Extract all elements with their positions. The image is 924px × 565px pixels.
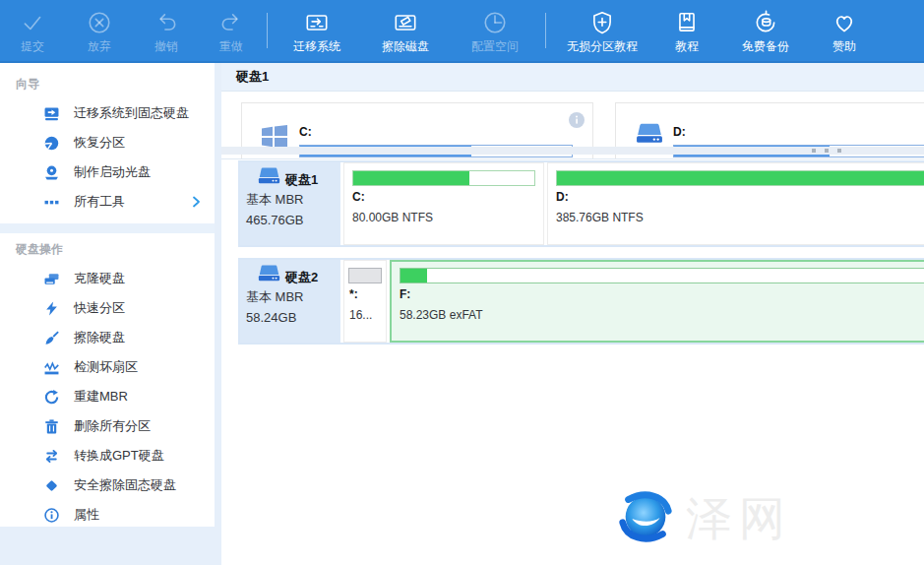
pie-chart-icon: [44, 135, 60, 151]
discard-button[interactable]: 放弃: [65, 0, 134, 61]
clone-disks-icon: [44, 271, 60, 286]
sidebar-item-delete-all-partitions[interactable]: 删除所有分区: [0, 411, 215, 441]
disk-row-2: 硬盘2 基本 MBR 58.24GB *: 16... F: 58.23GB e…: [238, 258, 924, 345]
undo-icon: [154, 9, 179, 36]
partition-detail: 385.76GB NTFS: [556, 211, 924, 224]
disk-row-1: 硬盘1 基本 MBR 465.76GB C: 80.00GB NTFS D: 3…: [238, 160, 924, 247]
sidebar-section-wizard: 向导: [0, 63, 215, 98]
wave-icon: [44, 359, 60, 375]
hard-disk-icon: [258, 167, 280, 189]
commit-button[interactable]: 提交: [0, 0, 65, 61]
check-icon: [20, 9, 45, 36]
erase-disk-icon: [392, 9, 419, 36]
tab-disk1[interactable]: 硬盘1: [236, 68, 269, 86]
watermark-logo: [615, 486, 676, 551]
lossless-partition-tutorial-button[interactable]: 无损分区教程: [549, 0, 655, 61]
partition-usage-bar: [348, 268, 382, 283]
partition-usage-bar: [400, 268, 924, 283]
partition-reserved[interactable]: *: 16...: [343, 260, 387, 343]
sidebar-item-bootable-media[interactable]: 制作启动光盘: [0, 157, 215, 187]
toolbar: 提交 放弃 撤销 重做 迁移系统 擦除磁盘: [0, 0, 924, 63]
disk2-info-block[interactable]: 硬盘2 基本 MBR 58.24GB: [240, 260, 340, 343]
drag-dots-icon: [812, 149, 841, 153]
disk-type: 基本 MBR: [246, 189, 337, 210]
partition-manager-window: 提交 放弃 撤销 重做 迁移系统 擦除磁盘: [0, 0, 924, 565]
partition-d[interactable]: D: 385.76GB NTFS: [547, 162, 924, 245]
erase-disk-button[interactable]: 擦除磁盘: [363, 0, 448, 61]
sidebar-item-all-tools[interactable]: 所有工具: [0, 187, 215, 217]
sidebar-item-migrate-to-ssd[interactable]: 迁移系统到固态硬盘: [0, 98, 215, 128]
backup-cycle-icon: [753, 9, 778, 36]
sidebar-item-wipe-disk[interactable]: 擦除硬盘: [0, 323, 215, 352]
redo-icon: [218, 9, 244, 36]
migrate-system-button[interactable]: 迁移系统: [271, 0, 363, 61]
sidebar-item-secure-erase-ssd[interactable]: 安全擦除固态硬盘: [0, 471, 215, 500]
tutorial-button[interactable]: 教程: [655, 0, 718, 61]
partition-detail: 16...: [349, 308, 378, 322]
disk-capacity: 465.76GB: [246, 210, 337, 230]
ellipsis-icon: [44, 194, 60, 210]
partition-detail: 80.00GB NTFS: [352, 211, 535, 224]
watermark: 泽网: [615, 486, 792, 551]
convert-arrows-icon: [44, 448, 60, 464]
disk-capacity: 58.24GB: [246, 307, 337, 328]
trash-icon: [44, 418, 60, 434]
sidebar-section-disk-operations: 硬盘操作: [0, 235, 215, 264]
volume-overview-strip: C: D:: [221, 92, 924, 159]
overview-resize-handle[interactable]: [221, 147, 924, 155]
lightning-icon: [44, 300, 60, 316]
partition-label: D:: [556, 190, 924, 204]
hard-disk-icon: [636, 123, 663, 149]
volume-label: D:: [673, 125, 686, 139]
disk-name: 硬盘1: [285, 171, 318, 189]
sidebar-item-recover-partition[interactable]: 恢复分区: [0, 128, 215, 157]
sidebar: 向导 迁移系统到固态硬盘 恢复分区 制作启动光盘 所有工具 硬盘操作: [0, 63, 215, 527]
heart-icon: [832, 9, 857, 36]
disk-type: 基本 MBR: [246, 286, 337, 307]
partition-usage-bar: [352, 170, 535, 186]
rebuild-cycle-icon: [44, 389, 60, 405]
sidebar-item-convert-to-gpt[interactable]: 转换成GPT硬盘: [0, 441, 215, 471]
disk-tab-bar: 硬盘1: [221, 63, 924, 92]
clock-pie-icon: [482, 9, 508, 36]
free-backup-button[interactable]: 免费备份: [718, 0, 813, 61]
volume-label: C:: [299, 125, 312, 139]
redo-button[interactable]: 重做: [199, 0, 264, 61]
info-circle-icon: [44, 507, 60, 523]
configure-space-button[interactable]: 配置空间: [448, 0, 542, 61]
disk-name: 硬盘2: [285, 269, 318, 286]
sidebar-item-properties[interactable]: 属性: [0, 500, 215, 530]
undo-button[interactable]: 撤销: [134, 0, 199, 61]
toolbar-separator: [267, 13, 268, 48]
migrate-system-icon: [303, 9, 331, 36]
book-icon: [674, 9, 700, 36]
brush-icon: [44, 330, 60, 345]
hard-disk-icon: [258, 265, 280, 286]
sponsor-button[interactable]: 赞助: [813, 0, 876, 61]
info-icon[interactable]: [569, 112, 585, 128]
eraser-icon: [44, 477, 60, 493]
partition-f-selected[interactable]: F: 58.23GB exFAT: [390, 260, 924, 343]
partition-c[interactable]: C: 80.00GB NTFS: [343, 162, 544, 245]
disk-arrow-icon: [44, 105, 60, 121]
partition-label: *:: [349, 287, 378, 301]
sidebar-item-rebuild-mbr[interactable]: 重建MBR: [0, 382, 215, 411]
shield-plus-icon: [589, 9, 615, 36]
watermark-text: 泽网: [686, 488, 792, 550]
sidebar-item-check-bad-sectors[interactable]: 检测坏扇区: [0, 352, 215, 382]
disc-burner-icon: [44, 164, 60, 180]
sidebar-item-quick-partition[interactable]: 快速分区: [0, 293, 215, 323]
main-panel: 硬盘1 C: D:: [221, 63, 924, 565]
partition-usage-bar: [556, 170, 924, 186]
partition-detail: 58.23GB exFAT: [400, 308, 924, 322]
partition-label: C:: [352, 190, 535, 204]
sidebar-item-clone-disk[interactable]: 克隆硬盘: [0, 264, 215, 293]
toolbar-separator: [545, 13, 546, 48]
chevron-right-icon: [189, 195, 203, 213]
partition-label: F:: [400, 287, 924, 301]
sidebar-divider: [0, 223, 215, 233]
circle-x-icon: [87, 9, 112, 36]
disk1-info-block[interactable]: 硬盘1 基本 MBR 465.76GB: [240, 162, 340, 245]
